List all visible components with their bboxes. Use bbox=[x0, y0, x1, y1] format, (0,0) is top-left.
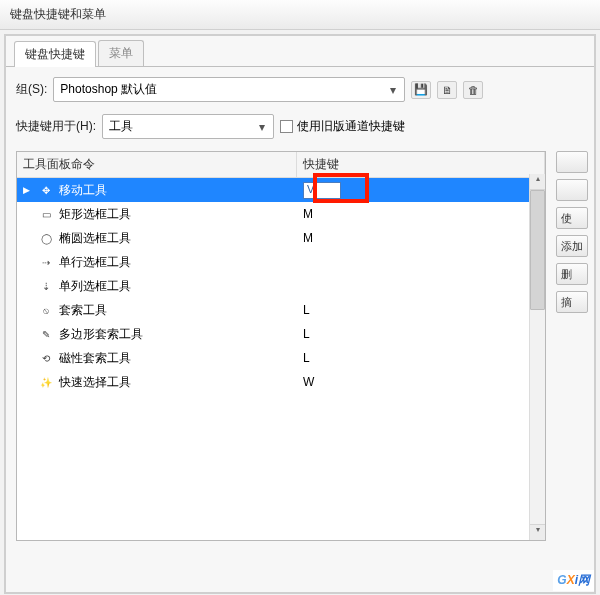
col-shortcut: 快捷键 bbox=[297, 152, 545, 177]
table-row[interactable]: ✎多边形套索工具L bbox=[17, 322, 545, 346]
window-titlebar: 键盘快捷键和菜单 bbox=[0, 0, 600, 30]
new-set-button[interactable]: 🗎 bbox=[437, 81, 457, 99]
shortcut-input[interactable]: V bbox=[303, 182, 341, 199]
cell-command: ◯椭圆选框工具 bbox=[17, 226, 297, 250]
tool-name: 移动工具 bbox=[59, 182, 107, 199]
chevron-down-icon: ▾ bbox=[386, 83, 400, 97]
side-btn-delete[interactable]: 删 bbox=[556, 263, 588, 285]
cell-command: ⇢单行选框工具 bbox=[17, 250, 297, 274]
cell-shortcut: V bbox=[297, 178, 545, 202]
window-title: 键盘快捷键和菜单 bbox=[10, 7, 106, 21]
set-row: 组(S): Photoshop 默认值 ▾ 💾 🗎 🗑 bbox=[16, 77, 594, 102]
tool-name: 套索工具 bbox=[59, 302, 107, 319]
col-command: 工具面板命令 bbox=[17, 152, 297, 177]
side-btn-use[interactable]: 使 bbox=[556, 207, 588, 229]
checkbox-box-icon bbox=[280, 120, 293, 133]
tool-icon: ⇣ bbox=[39, 279, 53, 293]
panel-body: 组(S): Photoshop 默认值 ▾ 💾 🗎 🗑 快捷键用于(H): 工具… bbox=[6, 67, 594, 541]
cell-command: ✎多边形套索工具 bbox=[17, 322, 297, 346]
tools-list: 工具面板命令 快捷键 ▶✥移动工具V▭矩形选框工具M◯椭圆选框工具M⇢单行选框工… bbox=[16, 151, 546, 541]
cell-shortcut: L bbox=[297, 298, 545, 322]
tool-icon: ⍉ bbox=[39, 303, 53, 317]
save-set-button[interactable]: 💾 bbox=[411, 81, 431, 99]
scroll-up-icon[interactable]: ▴ bbox=[530, 174, 545, 190]
table-row[interactable]: ⟲磁性套索工具L bbox=[17, 346, 545, 370]
shortcut-value: L bbox=[303, 327, 310, 341]
cell-shortcut: L bbox=[297, 322, 545, 346]
side-btn-summary[interactable]: 摘 bbox=[556, 291, 588, 313]
tool-icon: ▭ bbox=[39, 207, 53, 221]
tool-name: 单列选框工具 bbox=[59, 278, 131, 295]
list-body: ▶✥移动工具V▭矩形选框工具M◯椭圆选框工具M⇢单行选框工具⇣单列选框工具⍉套索… bbox=[17, 178, 545, 540]
tool-name: 矩形选框工具 bbox=[59, 206, 131, 223]
tool-name: 椭圆选框工具 bbox=[59, 230, 131, 247]
tool-icon: ◯ bbox=[39, 231, 53, 245]
cell-command: ▭矩形选框工具 bbox=[17, 202, 297, 226]
side-buttons: 使 添加 删 摘 bbox=[556, 151, 588, 313]
table-row[interactable]: ◯椭圆选框工具M bbox=[17, 226, 545, 250]
area-value: 工具 bbox=[109, 118, 133, 135]
tool-name: 单行选框工具 bbox=[59, 254, 131, 271]
cell-shortcut: L bbox=[297, 346, 545, 370]
area-label: 快捷键用于(H): bbox=[16, 118, 96, 135]
list-header: 工具面板命令 快捷键 bbox=[17, 152, 545, 178]
vertical-scrollbar[interactable]: ▴ ▾ bbox=[529, 174, 545, 540]
main-area: 工具面板命令 快捷键 ▶✥移动工具V▭矩形选框工具M◯椭圆选框工具M⇢单行选框工… bbox=[16, 151, 594, 541]
cell-shortcut: M bbox=[297, 226, 545, 250]
table-row[interactable]: ⇣单列选框工具 bbox=[17, 274, 545, 298]
cell-command: ⍉套索工具 bbox=[17, 298, 297, 322]
set-value: Photoshop 默认值 bbox=[60, 81, 157, 98]
table-row[interactable]: ⇢单行选框工具 bbox=[17, 250, 545, 274]
tool-icon: ⟲ bbox=[39, 351, 53, 365]
cell-shortcut: M bbox=[297, 202, 545, 226]
cell-command: ⇣单列选框工具 bbox=[17, 274, 297, 298]
tool-icon: ✨ bbox=[39, 375, 53, 389]
shortcut-value: L bbox=[303, 303, 310, 317]
legacy-label: 使用旧版通道快捷键 bbox=[297, 118, 405, 135]
scroll-down-icon[interactable]: ▾ bbox=[530, 524, 545, 540]
area-row: 快捷键用于(H): 工具 ▾ 使用旧版通道快捷键 bbox=[16, 114, 594, 139]
tool-icon: ✥ bbox=[39, 183, 53, 197]
cell-command: ▶✥移动工具 bbox=[17, 178, 297, 202]
tool-icon: ⇢ bbox=[39, 255, 53, 269]
tab-strip: 键盘快捷键 菜单 bbox=[6, 40, 594, 67]
watermark: GXi网 bbox=[553, 570, 594, 591]
set-label: 组(S): bbox=[16, 81, 47, 98]
side-btn-add[interactable]: 添加 bbox=[556, 235, 588, 257]
cell-command: ⟲磁性套索工具 bbox=[17, 346, 297, 370]
shortcut-value: M bbox=[303, 207, 313, 221]
legacy-checkbox[interactable]: 使用旧版通道快捷键 bbox=[280, 118, 405, 135]
table-row[interactable]: ✨快速选择工具W bbox=[17, 370, 545, 394]
shortcut-value: W bbox=[303, 375, 314, 389]
set-dropdown[interactable]: Photoshop 默认值 ▾ bbox=[53, 77, 405, 102]
tab-menu[interactable]: 菜单 bbox=[98, 40, 144, 66]
cell-shortcut: W bbox=[297, 370, 545, 394]
tab-shortcuts[interactable]: 键盘快捷键 bbox=[14, 41, 96, 67]
area-dropdown[interactable]: 工具 ▾ bbox=[102, 114, 274, 139]
table-row[interactable]: ▭矩形选框工具M bbox=[17, 202, 545, 226]
tool-name: 磁性套索工具 bbox=[59, 350, 131, 367]
table-row[interactable]: ⍉套索工具L bbox=[17, 298, 545, 322]
table-row[interactable]: ▶✥移动工具V bbox=[17, 178, 545, 202]
tool-icon: ✎ bbox=[39, 327, 53, 341]
shortcut-value: L bbox=[303, 351, 310, 365]
shortcut-value: M bbox=[303, 231, 313, 245]
tool-name: 多边形套索工具 bbox=[59, 326, 143, 343]
tool-name: 快速选择工具 bbox=[59, 374, 131, 391]
dialog-frame: 键盘快捷键 菜单 组(S): Photoshop 默认值 ▾ 💾 🗎 🗑 快捷键… bbox=[4, 34, 596, 594]
delete-set-button[interactable]: 🗑 bbox=[463, 81, 483, 99]
side-btn-1[interactable] bbox=[556, 179, 588, 201]
cell-shortcut bbox=[297, 250, 545, 274]
cell-command: ✨快速选择工具 bbox=[17, 370, 297, 394]
scroll-thumb[interactable] bbox=[530, 190, 545, 310]
chevron-down-icon: ▾ bbox=[255, 120, 269, 134]
side-btn-0[interactable] bbox=[556, 151, 588, 173]
expand-icon: ▶ bbox=[23, 185, 33, 195]
cell-shortcut bbox=[297, 274, 545, 298]
